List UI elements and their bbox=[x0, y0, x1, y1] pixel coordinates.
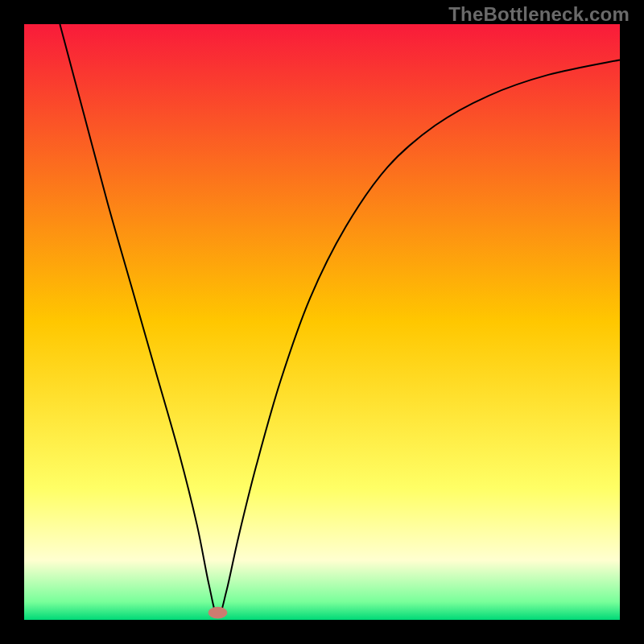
watermark-text: TheBottleneck.com bbox=[448, 3, 630, 26]
chart-plot-area bbox=[24, 24, 620, 620]
chart-stage: TheBottleneck.com bbox=[0, 0, 644, 644]
minimum-marker bbox=[208, 607, 228, 619]
bottleneck-chart bbox=[0, 0, 644, 644]
